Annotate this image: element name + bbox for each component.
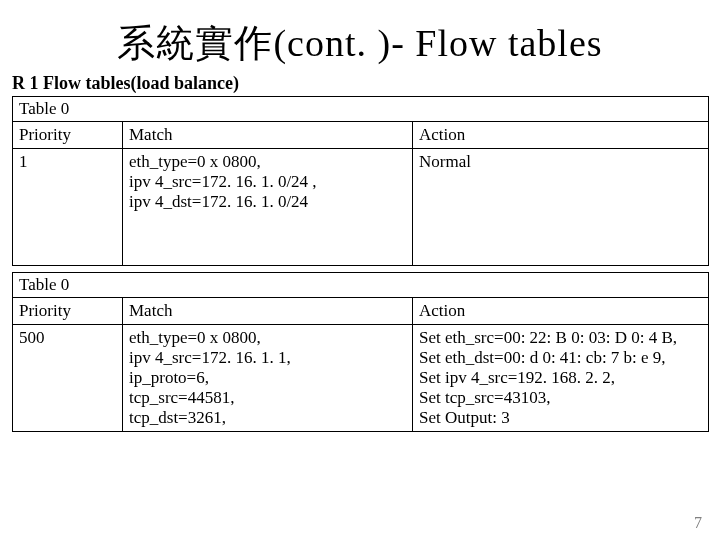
table-row: 1 eth_type=0 x 0800, ipv 4_src=172. 16. … [13,149,709,266]
cell-priority: 1 [13,149,123,266]
cell-priority: 500 [13,325,123,432]
flow-table-0: Table 0 Priority Match Action 1 eth_type… [12,96,709,266]
col-header-priority: Priority [13,122,123,149]
cell-match: eth_type=0 x 0800, ipv 4_src=172. 16. 1.… [123,325,413,432]
page-number: 7 [694,514,702,532]
slide-subheading: R 1 Flow tables(load balance) [0,73,720,96]
col-header-action: Action [413,298,709,325]
cell-action: Set eth_src=00: 22: B 0: 03: D 0: 4 B, S… [413,325,709,432]
col-header-match: Match [123,122,413,149]
slide-title: 系統實作(cont. )- Flow tables [0,0,720,73]
col-header-priority: Priority [13,298,123,325]
flow-table-1: Table 0 Priority Match Action 500 eth_ty… [12,272,709,432]
table-caption: Table 0 [13,97,709,122]
col-header-match: Match [123,298,413,325]
cell-action: Normal [413,149,709,266]
table-caption: Table 0 [13,273,709,298]
cell-match: eth_type=0 x 0800, ipv 4_src=172. 16. 1.… [123,149,413,266]
col-header-action: Action [413,122,709,149]
table-row: 500 eth_type=0 x 0800, ipv 4_src=172. 16… [13,325,709,432]
